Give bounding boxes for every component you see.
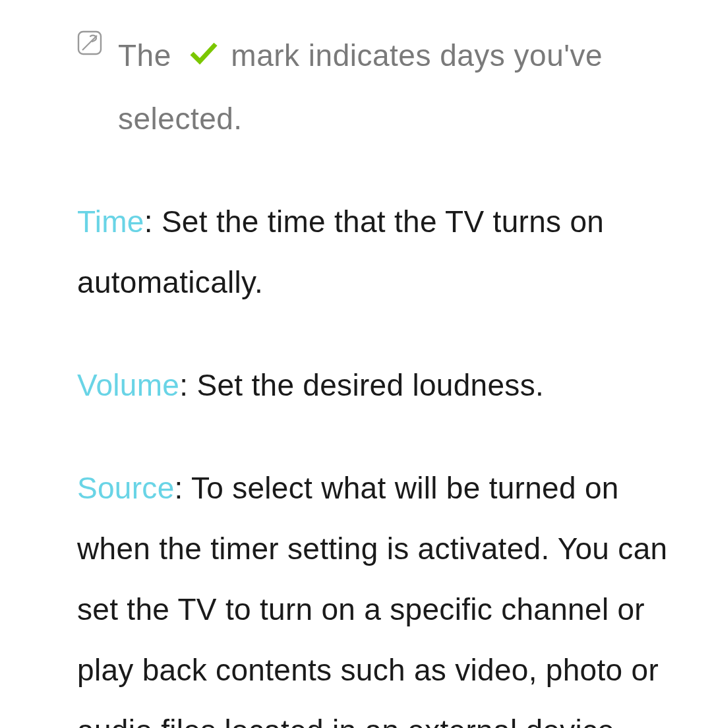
desc-source: : To select what will be turned on when … <box>77 471 667 728</box>
note-icon <box>77 30 102 55</box>
svg-line-1 <box>82 36 97 50</box>
document-content: The mark indicates days you've selected.… <box>0 25 712 728</box>
entry-source: Source: To select what will be turned on… <box>77 458 692 728</box>
note-text: The mark indicates days you've selected. <box>118 25 692 149</box>
keyword-source: Source <box>77 471 175 505</box>
entry-time: Time: Set the time that the TV turns on … <box>77 191 692 313</box>
keyword-volume: Volume <box>77 368 179 402</box>
desc-time: : Set the time that the TV turns on auto… <box>77 204 604 299</box>
desc-volume: : Set the desired loudness. <box>179 368 544 402</box>
checkmark-icon <box>189 26 218 86</box>
note-text-part1: The <box>118 38 171 73</box>
note-row: The mark indicates days you've selected. <box>77 25 692 149</box>
keyword-time: Time <box>77 204 144 239</box>
entry-volume: Volume: Set the desired loudness. <box>77 355 692 415</box>
